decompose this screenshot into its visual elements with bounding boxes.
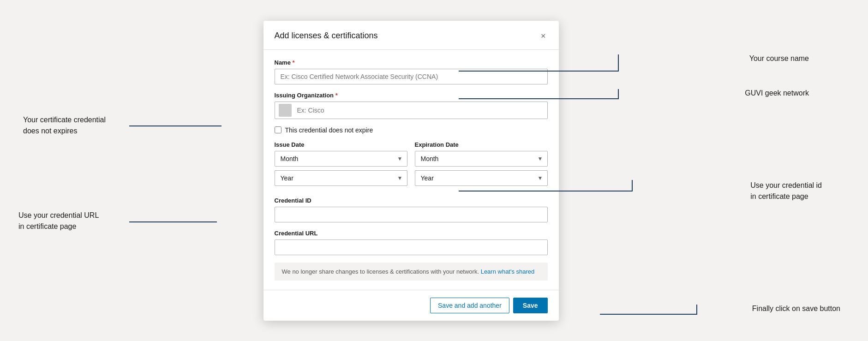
date-row: Issue Date Month JanuaryFebruaryMarchApr… xyxy=(275,141,548,190)
info-bar-text: We no longer share changes to licenses &… xyxy=(282,268,479,275)
guvi-line-v xyxy=(618,89,619,99)
no-expire-label: This credential does not expire xyxy=(285,126,373,134)
no-expire-row: This credential does not expire xyxy=(275,126,548,134)
expiry-month-wrapper: Month JanuaryFebruaryMarchAprilMayJuneJu… xyxy=(415,151,548,167)
org-label: Issuing Organization * xyxy=(275,92,548,99)
credential-url-line xyxy=(129,221,217,222)
org-field-group: Issuing Organization * xyxy=(275,92,548,119)
credential-id-input[interactable] xyxy=(275,207,548,222)
credential-expire-annotation: Your certificate credentialdoes not expi… xyxy=(23,114,106,137)
credential-url-group: Credential URL xyxy=(275,230,548,255)
save-line-v xyxy=(696,305,697,315)
org-required-star: * xyxy=(335,92,338,99)
name-input[interactable] xyxy=(275,69,548,84)
issue-date-section: Issue Date Month JanuaryFebruaryMarchApr… xyxy=(275,141,407,190)
credential-url-label: Credential URL xyxy=(275,230,548,237)
issue-month-wrapper: Month JanuaryFebruaryMarchAprilMayJuneJu… xyxy=(275,151,407,167)
course-name-line-v xyxy=(618,54,619,72)
no-expire-checkbox[interactable] xyxy=(275,126,281,133)
org-icon xyxy=(279,104,292,117)
credential-id-label: Credential ID xyxy=(275,197,548,204)
org-input[interactable] xyxy=(295,103,547,118)
name-field-group: Name * xyxy=(275,59,548,84)
modal-footer: Save and add another Save xyxy=(263,290,559,321)
modal-dialog: Add licenses & certifications × Name * I… xyxy=(263,21,559,321)
credential-expire-line xyxy=(129,126,221,126)
close-button[interactable]: × xyxy=(539,30,548,42)
org-input-wrapper xyxy=(275,102,548,119)
issue-year-select[interactable]: Year 20242023202220212020201920182017201… xyxy=(275,170,407,186)
save-add-another-button[interactable]: Save and add another xyxy=(430,298,509,313)
learn-shared-link[interactable]: Learn what's shared xyxy=(481,268,535,275)
name-label: Name * xyxy=(275,59,548,66)
expiration-date-label: Expiration Date xyxy=(415,141,548,148)
name-required-star: * xyxy=(293,59,295,66)
issue-date-label: Issue Date xyxy=(275,141,407,148)
credential-url-annotation: Use your credential URLin certificate pa… xyxy=(18,210,99,232)
expiry-year-select[interactable]: Year 20242023202220212020201920182017201… xyxy=(415,170,548,186)
modal-title: Add licenses & certifications xyxy=(275,31,378,41)
info-bar: We no longer share changes to licenses &… xyxy=(275,263,548,281)
course-name-annotation: Your course name xyxy=(749,54,809,63)
credential-url-input[interactable] xyxy=(275,239,548,255)
expiry-month-select[interactable]: Month JanuaryFebruaryMarchAprilMayJuneJu… xyxy=(415,151,548,167)
modal-body: Name * Issuing Organization * T xyxy=(263,50,559,290)
issue-month-select[interactable]: Month JanuaryFebruaryMarchAprilMayJuneJu… xyxy=(275,151,407,167)
credential-id-group: Credential ID xyxy=(275,197,548,222)
save-annotation: Finally click on save button xyxy=(752,305,840,313)
page-wrapper: Add licenses & certifications × Name * I… xyxy=(0,0,868,341)
save-line-h xyxy=(600,314,697,315)
save-button[interactable]: Save xyxy=(513,298,548,313)
guvi-annotation: GUVI geek network xyxy=(745,89,809,97)
issue-year-wrapper: Year 20242023202220212020201920182017201… xyxy=(275,170,407,186)
modal-header: Add licenses & certifications × xyxy=(263,21,559,50)
expiration-date-section: Expiration Date Month JanuaryFebruaryMar… xyxy=(415,141,548,190)
credential-id-annotation: Use your credential idin certificate pag… xyxy=(750,180,822,202)
credential-id-line-v xyxy=(632,180,633,191)
expiry-year-wrapper: Year 20242023202220212020201920182017201… xyxy=(415,170,548,186)
